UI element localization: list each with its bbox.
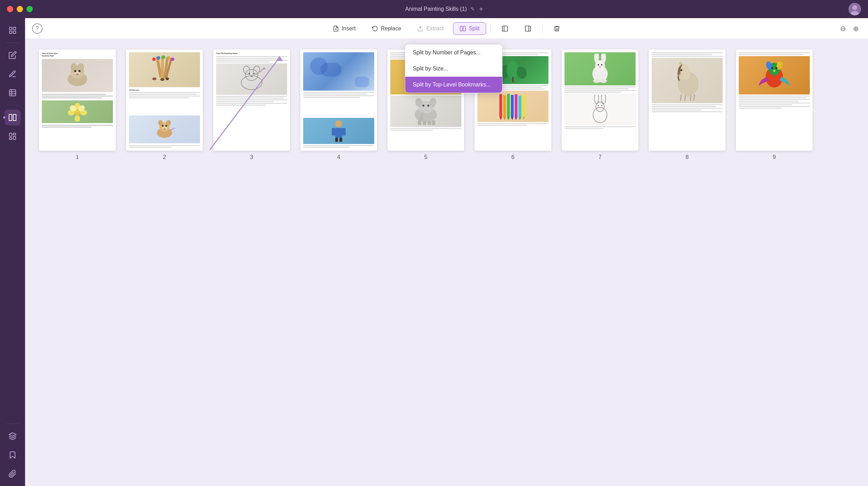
insert-label: Insert (342, 25, 356, 32)
svg-line-133 (685, 96, 685, 101)
page-thumb-4[interactable] (300, 50, 377, 151)
page-item: How to Draw OurFavorite Pets (39, 50, 116, 160)
active-indicator (3, 116, 5, 119)
pages-container[interactable]: How to Draw OurFavorite Pets (25, 39, 868, 486)
page-thumb-7[interactable] (562, 50, 638, 151)
sidebar (0, 18, 25, 486)
svg-marker-101 (507, 117, 510, 120)
svg-point-51 (171, 58, 174, 61)
svg-point-140 (771, 67, 773, 69)
edit-icon[interactable]: ✎ (470, 6, 475, 12)
svg-point-125 (599, 107, 601, 108)
page-number-9: 9 (773, 154, 776, 160)
page-number-1: 1 (76, 154, 79, 160)
close-button[interactable] (7, 6, 13, 12)
svg-rect-13 (9, 133, 12, 136)
page-thumb-3[interactable]: Cute Pet Painting Steps (213, 50, 290, 151)
svg-point-50 (167, 56, 170, 60)
tab-name-label: Animal Painting Skills (1) (405, 6, 467, 12)
svg-point-1 (852, 5, 857, 10)
split-dropdown-menu: Split by Number of Pages... Split by Siz… (405, 44, 502, 93)
svg-rect-22 (463, 26, 466, 31)
split-label: Split (469, 25, 479, 32)
svg-marker-107 (519, 117, 521, 120)
svg-point-65 (253, 73, 254, 75)
page-number-8: 8 (686, 154, 689, 160)
svg-point-129 (680, 69, 682, 71)
maximize-button[interactable] (26, 6, 33, 12)
zoom-out-button[interactable]: ⊖ (838, 22, 848, 35)
svg-point-131 (678, 75, 680, 76)
svg-point-115 (601, 64, 602, 66)
svg-marker-17 (9, 433, 16, 436)
svg-rect-24 (525, 26, 531, 31)
sidebar-item-more[interactable] (5, 128, 21, 144)
page-thumb-8[interactable] (649, 50, 725, 151)
sidebar-item-organize[interactable] (5, 109, 21, 126)
svg-rect-100 (507, 94, 510, 117)
svg-point-68 (335, 120, 342, 127)
sidebar-item-library[interactable] (5, 22, 21, 38)
svg-rect-21 (460, 26, 462, 31)
split-by-number-item[interactable]: Split by Number of Pages... (405, 45, 502, 61)
sidebar-item-edit[interactable] (5, 47, 21, 63)
svg-rect-72 (335, 138, 338, 142)
svg-point-116 (599, 66, 601, 68)
svg-point-87 (427, 105, 429, 107)
svg-point-31 (78, 70, 80, 72)
minimize-button[interactable] (17, 6, 23, 12)
svg-rect-88 (418, 120, 421, 125)
svg-point-61 (245, 69, 258, 81)
page-thumb-2[interactable]: Animals are... (126, 50, 203, 151)
svg-marker-109 (522, 117, 525, 120)
page-action-1[interactable] (495, 22, 515, 35)
app-body: ? Insert Replace (0, 18, 868, 486)
toolbar-divider-1 (490, 23, 491, 34)
svg-point-141 (775, 67, 777, 69)
page-thumb-9[interactable] (736, 50, 813, 151)
toolbar-divider-2 (542, 23, 543, 34)
tab-title[interactable]: Animal Painting Skills (1) ✎ (405, 6, 475, 12)
svg-line-132 (681, 94, 681, 101)
svg-point-44 (152, 77, 156, 80)
avatar[interactable] (848, 3, 861, 15)
sidebar-item-bookmark[interactable] (5, 447, 21, 463)
svg-rect-73 (339, 138, 342, 142)
split-by-size-item[interactable]: Split by Size... (405, 61, 502, 77)
page-number-5: 5 (424, 154, 428, 160)
svg-point-30 (74, 70, 76, 72)
add-tab-button[interactable]: + (479, 5, 483, 13)
page-item: 7 (562, 50, 638, 160)
svg-rect-69 (335, 128, 342, 138)
split-button[interactable]: Split (453, 22, 486, 35)
sidebar-item-attachment[interactable] (5, 466, 21, 482)
insert-button[interactable]: Insert (326, 22, 362, 35)
svg-rect-106 (519, 96, 521, 117)
delete-button[interactable] (547, 22, 567, 35)
split-by-bookmarks-item[interactable]: Split by Top-Level Bookmarks... (405, 77, 502, 93)
sidebar-item-pages[interactable] (5, 85, 21, 101)
svg-rect-108 (522, 94, 525, 117)
tab-bar: Animal Painting Skills (1) ✎ + (40, 5, 848, 13)
extract-button[interactable]: Extract (410, 22, 450, 35)
svg-rect-70 (332, 128, 335, 136)
help-button[interactable]: ? (32, 23, 43, 34)
svg-rect-3 (9, 27, 12, 30)
sidebar-item-annotate[interactable] (5, 66, 21, 82)
replace-button[interactable]: Replace (365, 22, 408, 35)
sidebar-item-layers[interactable] (5, 428, 21, 444)
svg-point-48 (157, 56, 160, 60)
svg-point-117 (593, 79, 600, 83)
page-action-2[interactable] (518, 22, 538, 35)
zoom-in-button[interactable]: ⊕ (851, 22, 861, 35)
page-thumb-1[interactable]: How to Draw OurFavorite Pets (39, 50, 116, 151)
svg-rect-7 (9, 90, 16, 96)
svg-rect-91 (432, 120, 435, 125)
svg-point-58 (166, 125, 167, 127)
svg-rect-11 (9, 114, 12, 121)
svg-point-130 (681, 69, 681, 70)
svg-rect-4 (13, 27, 16, 30)
svg-rect-71 (342, 128, 346, 136)
svg-rect-5 (9, 31, 12, 33)
svg-marker-128 (678, 61, 683, 64)
